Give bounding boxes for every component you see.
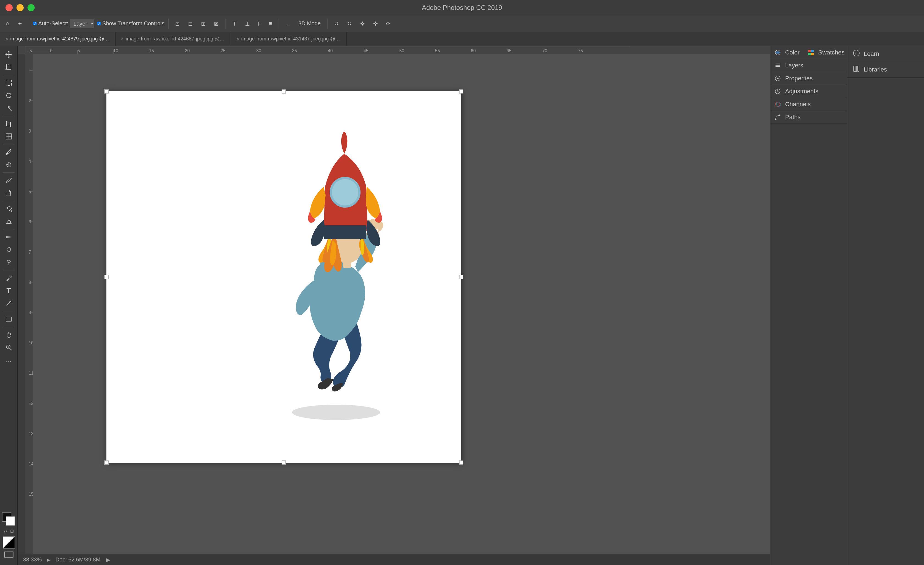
zoom-tool[interactable] <box>2 341 16 353</box>
color-panel-item[interactable]: Color <box>770 46 804 59</box>
3d-mode-button[interactable]: 3D Mode <box>296 19 323 28</box>
top-panel-row: Color Swatches <box>770 46 847 59</box>
move3d-button[interactable]: ✜ <box>370 19 381 28</box>
minimize-button[interactable] <box>16 4 24 11</box>
clone-stamp-tool[interactable] <box>2 187 16 199</box>
history-brush-tool[interactable] <box>2 203 16 215</box>
svg-text:20: 20 <box>185 48 190 53</box>
app-title: Adobe Photoshop CC 2019 <box>422 4 502 12</box>
handle-bottom-right[interactable] <box>459 460 464 465</box>
svg-rect-24 <box>6 317 12 321</box>
swap-colors-button[interactable]: ⇄ <box>4 528 8 533</box>
tab-close-0[interactable]: × <box>6 37 8 42</box>
handle-top-center[interactable] <box>282 89 286 93</box>
align-middle-button[interactable]: ⊥ <box>242 19 252 28</box>
tool-sep-3 <box>3 144 15 144</box>
marquee-tool[interactable] <box>2 77 16 89</box>
color-swatch-area: ⇄ ⊡ <box>2 512 16 560</box>
svg-rect-89 <box>811 50 814 52</box>
auto-select-checkbox[interactable]: Auto-Select: Layer <box>33 19 94 29</box>
eyedropper-tool[interactable] <box>2 146 16 158</box>
svg-point-101 <box>779 115 780 116</box>
channels-panel-item[interactable]: Channels <box>770 98 847 111</box>
pen-tool[interactable] <box>2 272 16 284</box>
canvas-scroll[interactable]: 1 2 3 4 5 6 7 8 9 10 <box>25 54 770 554</box>
distribute-v-button[interactable]: ≡ <box>266 19 275 28</box>
paths-panel-item[interactable]: Paths <box>770 111 847 124</box>
ruler-h-svg: -5 0 5 10 15 20 25 30 35 40 45 <box>25 46 770 54</box>
hand-tool[interactable] <box>2 329 16 341</box>
layer-select[interactable]: Layer <box>70 19 94 29</box>
more-options-button[interactable]: ... <box>283 19 293 28</box>
default-colors-button[interactable]: ⊡ <box>10 528 14 533</box>
align-bottom-icon: ⊧ <box>258 20 261 27</box>
tab-close-1[interactable]: × <box>121 37 123 42</box>
handle-middle-right[interactable] <box>459 275 464 279</box>
align-right-button[interactable]: ⊞ <box>198 19 208 28</box>
handle-bottom-left[interactable] <box>104 460 109 465</box>
layers-panel-item[interactable]: Layers <box>770 59 847 72</box>
learn-panel-item[interactable]: i Learn <box>847 46 924 62</box>
adjustments-label: Adjustments <box>785 88 818 95</box>
magic-wand-tool[interactable] <box>2 102 16 114</box>
svg-rect-105 <box>856 66 858 72</box>
tab-2[interactable]: × image-from-rawpixel-id-431437-jpeg.jpg… <box>231 32 346 46</box>
tab-1[interactable]: × image-from-rawpixel-id-424687-jpeg.jpg… <box>116 32 231 46</box>
home-button[interactable]: ⌂ <box>3 19 12 28</box>
rotate3d-icon: ⟳ <box>386 20 391 27</box>
options-button[interactable]: ✦ <box>15 19 25 28</box>
svg-text:75: 75 <box>578 48 583 53</box>
properties-panel-item[interactable]: Properties <box>770 72 847 85</box>
undo-button[interactable]: ↺ <box>332 19 342 28</box>
gradient-tool[interactable] <box>2 231 16 243</box>
align-bottom-button[interactable]: ⊧ <box>255 19 264 28</box>
align-center-button[interactable]: ⊟ <box>185 19 195 28</box>
move3d-icon: ✜ <box>373 20 378 27</box>
patch-tool[interactable] <box>2 159 16 171</box>
blur-tool[interactable] <box>2 244 16 256</box>
distribute-button[interactable]: ⊠ <box>211 19 221 28</box>
tab-close-2[interactable]: × <box>237 37 239 42</box>
sep2 <box>168 19 169 29</box>
svg-text:30: 30 <box>256 48 261 53</box>
shape-tool[interactable] <box>2 313 16 325</box>
handle-bottom-center[interactable] <box>282 460 286 465</box>
more-tools-button[interactable]: … <box>2 354 16 366</box>
slice-tool[interactable] <box>2 131 16 143</box>
handle-top-left[interactable] <box>104 89 109 93</box>
brush-tool[interactable] <box>2 174 16 186</box>
transform-checkbox[interactable]: Show Transform Controls <box>97 20 165 27</box>
tab-0[interactable]: × image-from-rawpixel-id-424879-jpeg.jpg… <box>0 32 116 46</box>
lasso-tool[interactable] <box>2 89 16 102</box>
dodge-tool[interactable] <box>2 256 16 269</box>
more-options-icon: ... <box>285 20 290 27</box>
handle-top-right[interactable] <box>459 89 464 93</box>
layers-label: Layers <box>785 62 803 69</box>
screen-mode-button[interactable] <box>4 551 14 560</box>
status-separator: ▸ <box>47 556 50 563</box>
type-tool[interactable]: T <box>2 285 16 297</box>
app-wrapper: Adobe Photoshop CC 2019 ⌂ ✦ Auto-Select:… <box>0 0 924 565</box>
tab-label-1: image-from-rawpixel-id-424687-jpeg.jpg @… <box>126 36 225 42</box>
maximize-button[interactable] <box>27 4 34 11</box>
artboard-tool[interactable] <box>2 61 16 73</box>
eraser-tool[interactable] <box>2 215 16 227</box>
rotate3d-button[interactable]: ⟳ <box>383 19 393 28</box>
path-select-tool[interactable] <box>2 298 16 310</box>
crop-tool[interactable] <box>2 118 16 130</box>
swatches-panel-item[interactable]: Swatches <box>804 46 848 59</box>
quick-mask-button[interactable] <box>3 536 15 548</box>
left-toolbar: T <box>0 46 18 565</box>
align-top-button[interactable]: ⊤ <box>230 19 240 28</box>
handle-middle-left[interactable] <box>104 275 109 279</box>
align-center-icon: ⊟ <box>188 20 193 27</box>
extras-button[interactable]: ❖ <box>357 19 368 28</box>
background-color[interactable] <box>6 516 15 526</box>
close-button[interactable] <box>6 4 13 11</box>
redo-button[interactable]: ↻ <box>344 19 354 28</box>
libraries-panel-item[interactable]: Libraries <box>847 62 924 78</box>
expand-info-button[interactable]: ▶ <box>106 556 110 563</box>
adjustments-panel-item[interactable]: Adjustments <box>770 85 847 98</box>
move-tool[interactable] <box>2 48 16 60</box>
align-left-button[interactable]: ⊡ <box>172 19 183 28</box>
